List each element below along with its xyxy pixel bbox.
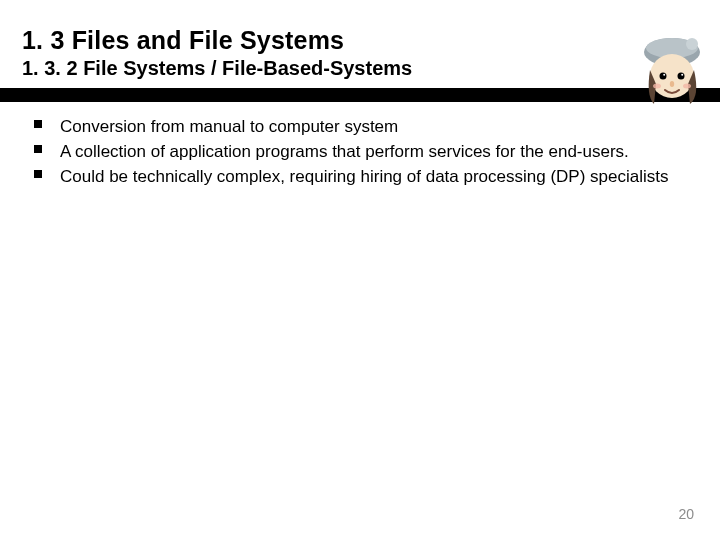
bullet-square-icon [34, 170, 42, 178]
page-number: 20 [678, 506, 694, 522]
list-item: Conversion from manual to computer syste… [34, 116, 686, 139]
svg-point-7 [681, 74, 683, 76]
svg-point-8 [670, 81, 674, 87]
slide-title: 1. 3 Files and File Systems [22, 26, 698, 55]
svg-point-2 [686, 38, 698, 50]
bullet-square-icon [34, 120, 42, 128]
list-item-text: Conversion from manual to computer syste… [60, 117, 398, 136]
svg-point-6 [663, 74, 665, 76]
content-area: Conversion from manual to computer syste… [0, 102, 720, 189]
bullet-list: Conversion from manual to computer syste… [34, 116, 686, 189]
list-item: A collection of application programs tha… [34, 141, 686, 164]
svg-point-4 [660, 73, 667, 80]
list-item-text: A collection of application programs tha… [60, 142, 629, 161]
avatar-cartoon [632, 26, 712, 104]
slide-subtitle: 1. 3. 2 File Systems / File-Based-System… [22, 57, 698, 80]
bullet-square-icon [34, 145, 42, 153]
svg-point-10 [683, 84, 691, 89]
divider-bar [0, 88, 720, 102]
list-item-text: Could be technically complex, requiring … [60, 167, 669, 186]
list-item: Could be technically complex, requiring … [34, 166, 686, 189]
header: 1. 3 Files and File Systems 1. 3. 2 File… [0, 0, 720, 80]
svg-point-5 [678, 73, 685, 80]
svg-point-3 [650, 54, 694, 98]
slide: 1. 3 Files and File Systems 1. 3. 2 File… [0, 0, 720, 540]
svg-point-9 [653, 84, 661, 89]
